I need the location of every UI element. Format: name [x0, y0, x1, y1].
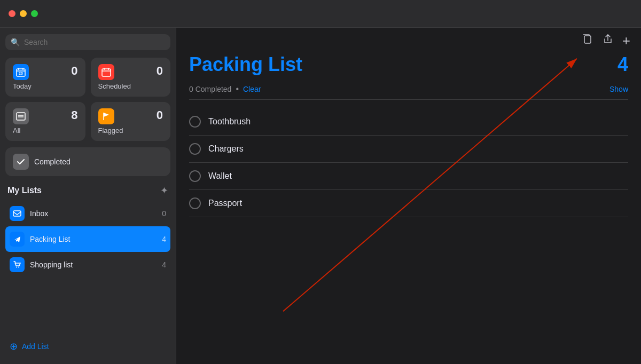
title-row: Packing List 4	[189, 53, 628, 76]
all-count: 8	[71, 108, 77, 122]
flagged-icon	[98, 108, 114, 124]
sidebar: 🔍 20 0 Tod	[0, 28, 176, 364]
today-label: Today	[13, 82, 78, 90]
tile-flagged[interactable]: 0 Flagged	[91, 102, 171, 141]
clear-button[interactable]: Clear	[243, 85, 261, 93]
content-area: + Packing List 4	[176, 28, 641, 364]
shopping-list-count: 4	[162, 260, 166, 269]
tile-today[interactable]: 20 0 Today	[5, 58, 85, 97]
completed-row: 0 Completed • Clear Show	[189, 84, 628, 100]
task-list: Toothbrush Chargers Wallet Passport	[189, 108, 628, 217]
scheduled-label: Scheduled	[98, 82, 163, 90]
sidebar-item-packing-list[interactable]: Packing List 4	[5, 226, 170, 252]
minimize-button[interactable]	[20, 10, 27, 17]
task-name-passport: Passport	[208, 199, 242, 208]
close-button[interactable]	[9, 10, 15, 17]
completed-tile[interactable]: Completed	[5, 147, 170, 176]
search-bar[interactable]: 🔍	[5, 34, 170, 50]
content-body: Packing List 4 0 Completed • Clear Show …	[176, 48, 641, 364]
task-item[interactable]: Chargers	[189, 136, 628, 163]
completed-info: 0 Completed • Clear	[189, 84, 261, 94]
svg-point-15	[18, 267, 19, 268]
svg-text:20: 20	[19, 72, 23, 75]
scheduled-count: 0	[157, 64, 163, 78]
inbox-icon	[10, 206, 25, 221]
task-item[interactable]: Wallet	[189, 163, 628, 190]
sidebar-item-shopping-list[interactable]: Shopping list 4	[5, 252, 170, 278]
completed-count-text: 0 Completed	[189, 85, 231, 93]
list-title: Packing List	[189, 53, 302, 76]
copy-button[interactable]	[582, 33, 593, 48]
svg-rect-9	[17, 113, 25, 120]
dot-separator: •	[236, 84, 239, 94]
search-icon: 🔍	[11, 38, 20, 46]
today-icon: 20	[13, 64, 29, 80]
task-item[interactable]: Toothbrush	[189, 108, 628, 136]
svg-rect-5	[102, 69, 111, 76]
task-checkbox-toothbrush[interactable]	[189, 116, 201, 128]
all-icon	[13, 108, 29, 124]
all-label: All	[13, 126, 78, 134]
my-lists-action-icon[interactable]: ✦	[160, 185, 168, 196]
shopping-list-icon	[10, 257, 25, 272]
completed-icon	[13, 154, 29, 170]
my-lists-title: My Lists	[7, 186, 42, 195]
list-total-count: 4	[617, 53, 628, 76]
packing-list-name: Packing List	[30, 235, 157, 243]
add-task-button[interactable]: +	[622, 34, 630, 48]
task-checkbox-chargers[interactable]	[189, 143, 201, 155]
add-list-icon: ⊕	[10, 341, 18, 352]
task-checkbox-wallet[interactable]	[189, 170, 201, 182]
task-name-chargers: Chargers	[208, 144, 244, 154]
list-items: Inbox 0 Packing List 4	[5, 201, 170, 333]
svg-point-14	[16, 267, 17, 268]
tile-scheduled[interactable]: 0 Scheduled	[91, 58, 171, 97]
task-item[interactable]: Passport	[189, 190, 628, 217]
inbox-count: 0	[162, 209, 166, 218]
svg-rect-13	[13, 211, 21, 216]
packing-list-icon	[10, 232, 25, 247]
packing-list-count: 4	[162, 235, 166, 243]
inbox-name: Inbox	[30, 209, 157, 218]
add-list-label: Add List	[22, 342, 49, 351]
titlebar	[0, 0, 641, 28]
sidebar-item-inbox[interactable]: Inbox 0	[5, 201, 170, 226]
share-button[interactable]	[602, 33, 614, 48]
traffic-lights	[9, 10, 38, 17]
show-button[interactable]: Show	[609, 85, 628, 93]
completed-label: Completed	[34, 157, 71, 166]
task-name-wallet: Wallet	[208, 171, 232, 181]
task-name-toothbrush: Toothbrush	[208, 117, 251, 126]
my-lists-header: My Lists ✦	[5, 183, 170, 201]
flagged-count: 0	[157, 108, 163, 122]
add-list[interactable]: ⊕ Add List	[5, 335, 170, 358]
today-count: 0	[71, 64, 77, 78]
main-layout: 🔍 20 0 Tod	[0, 28, 641, 364]
content-header: +	[176, 28, 641, 48]
smart-tiles: 20 0 Today	[5, 58, 170, 141]
svg-rect-16	[584, 36, 591, 43]
flagged-label: Flagged	[98, 126, 163, 134]
shopping-list-name: Shopping list	[30, 260, 157, 269]
tile-all[interactable]: 8 All	[5, 102, 85, 141]
task-checkbox-passport[interactable]	[189, 197, 201, 209]
maximize-button[interactable]	[31, 10, 38, 17]
search-input[interactable]	[24, 38, 165, 46]
scheduled-icon	[98, 64, 114, 80]
